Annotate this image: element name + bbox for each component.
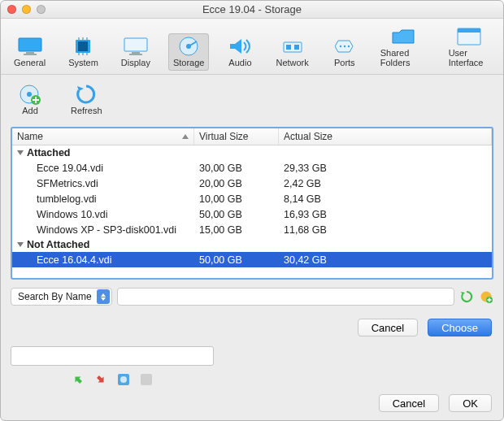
- close-icon[interactable]: [7, 5, 16, 14]
- cell-virtual-size: 50,00 GB: [194, 254, 279, 267]
- search-bar: Search By Name: [11, 288, 493, 306]
- table-row[interactable]: Windows XP - SP3-disk001.vdi15,00 GB11,6…: [12, 222, 492, 237]
- svg-rect-0: [19, 38, 41, 51]
- svg-rect-11: [124, 38, 147, 51]
- tab-ports[interactable]: Ports: [327, 33, 363, 71]
- refresh-button[interactable]: Refresh: [66, 81, 107, 119]
- attach-disabled-icon: [139, 372, 154, 387]
- table-group[interactable]: Not Attached: [12, 237, 492, 252]
- disk-list: Name Virtual Size Actual Size AttachedEc…: [11, 127, 493, 280]
- choose-button[interactable]: Choose: [428, 319, 492, 336]
- titlebar: Ecce 19.04 - Storage: [1, 1, 503, 19]
- table-header: Name Virtual Size Actual Size: [12, 128, 492, 145]
- monitor-icon: [17, 37, 43, 56]
- table-row[interactable]: Windows 10.vdi50,00 GB16,93 GB: [12, 206, 492, 222]
- zoom-icon[interactable]: [37, 5, 46, 14]
- svg-rect-31: [141, 374, 152, 385]
- attachment-pane: [11, 346, 214, 387]
- attachment-field[interactable]: [11, 346, 214, 366]
- table-row[interactable]: SFMetrics.vdi20,00 GB2,42 GB: [12, 176, 492, 191]
- minimize-icon[interactable]: [22, 5, 31, 14]
- attach-remove-icon[interactable]: [93, 372, 108, 387]
- cell-virtual-size: 10,00 GB: [194, 193, 279, 206]
- svg-point-20: [344, 46, 345, 47]
- cell-virtual-size: 50,00 GB: [194, 208, 279, 221]
- tab-general[interactable]: General: [9, 33, 50, 71]
- add-button[interactable]: Add: [12, 81, 48, 119]
- network-icon: [280, 37, 306, 56]
- folder-icon: [390, 27, 416, 46]
- svg-rect-12: [132, 52, 140, 54]
- col-virtual-size[interactable]: Virtual Size: [194, 128, 279, 145]
- stepper-icon: [97, 289, 110, 304]
- speaker-icon: [227, 37, 253, 56]
- window-controls: [7, 5, 46, 14]
- cell-name: tumblelog.vdi: [12, 193, 194, 206]
- tab-audio[interactable]: Audio: [222, 33, 258, 71]
- cell-name: SFMetrics.vdi: [12, 177, 194, 190]
- disclosure-icon: [17, 150, 24, 155]
- attachment-actions: [11, 372, 214, 387]
- tab-display[interactable]: Display: [116, 33, 155, 71]
- cell-actual-size: 2,42 GB: [279, 177, 492, 190]
- attach-add-icon[interactable]: [71, 372, 85, 387]
- cell-virtual-size: 20,00 GB: [194, 177, 279, 190]
- tab-system[interactable]: System: [63, 33, 103, 71]
- add-disk-icon: [17, 85, 43, 104]
- ports-icon: [332, 37, 358, 56]
- cancel-button[interactable]: Cancel: [358, 319, 418, 336]
- cell-actual-size: 16,93 GB: [279, 208, 492, 221]
- display-icon: [123, 37, 149, 56]
- settings-window: { "title": "Ecce 19.04 - Storage", "tabs…: [0, 0, 504, 421]
- tab-storage[interactable]: Storage: [168, 33, 210, 71]
- window-title: Ecce 19.04 - Storage: [202, 3, 302, 15]
- tab-network[interactable]: Network: [271, 33, 313, 71]
- cell-name: Ecce 19.04.vdi: [12, 162, 194, 175]
- chooser-buttons: Cancel Choose: [1, 319, 492, 336]
- svg-rect-13: [129, 54, 142, 55]
- settings-tabs: General System Display Storage Audio: [1, 19, 503, 75]
- svg-point-19: [340, 46, 341, 47]
- svg-rect-17: [286, 45, 291, 50]
- svg-rect-23: [458, 28, 480, 33]
- footer-ok-button[interactable]: OK: [449, 394, 492, 412]
- col-actual-size[interactable]: Actual Size: [279, 128, 492, 145]
- cell-name: Ecce 16.04.4.vdi: [12, 254, 194, 267]
- tab-shared-folders[interactable]: Shared Folders: [376, 24, 431, 71]
- cell-virtual-size: 15,00 GB: [194, 224, 279, 237]
- svg-rect-18: [294, 45, 299, 50]
- cell-actual-size: 8,14 GB: [279, 193, 492, 206]
- group-label: Not Attached: [27, 239, 89, 250]
- window-icon: [456, 27, 482, 46]
- search-input[interactable]: [117, 288, 454, 306]
- search-mode-select[interactable]: Search By Name: [11, 288, 112, 306]
- search-add-button[interactable]: [479, 289, 493, 304]
- table-row[interactable]: tumblelog.vdi10,00 GB8,14 GB: [12, 191, 492, 206]
- svg-rect-2: [24, 54, 37, 55]
- storage-actions: Add Refresh: [1, 75, 503, 127]
- search-refresh-button[interactable]: [459, 289, 474, 304]
- svg-point-21: [348, 46, 350, 47]
- svg-point-30: [120, 376, 127, 383]
- window-footer-buttons: Cancel OK: [379, 394, 492, 412]
- table-group[interactable]: Attached: [12, 145, 492, 160]
- svg-rect-4: [78, 41, 88, 51]
- refresh-icon: [73, 85, 99, 104]
- cell-actual-size: 11,68 GB: [279, 224, 492, 237]
- cell-name: Windows 10.vdi: [12, 208, 194, 221]
- sort-asc-icon: [182, 134, 189, 139]
- cell-name: Windows XP - SP3-disk001.vdi: [12, 224, 194, 237]
- disk-icon: [176, 37, 202, 56]
- svg-rect-1: [26, 52, 34, 54]
- attach-disk-icon[interactable]: [116, 372, 131, 387]
- footer-cancel-button[interactable]: Cancel: [379, 394, 439, 412]
- cell-actual-size: 29,33 GB: [279, 162, 492, 175]
- tab-user-interface[interactable]: User Interface: [444, 24, 495, 71]
- table-row[interactable]: Ecce 19.04.vdi30,00 GB29,33 GB: [12, 160, 492, 176]
- svg-point-25: [27, 92, 32, 97]
- table-body[interactable]: AttachedEcce 19.04.vdi30,00 GB29,33 GBSF…: [12, 145, 492, 267]
- chip-icon: [70, 37, 96, 56]
- col-name[interactable]: Name: [12, 128, 194, 145]
- cell-virtual-size: 30,00 GB: [194, 162, 279, 175]
- table-row[interactable]: Ecce 16.04.4.vdi50,00 GB30,42 GB: [12, 252, 492, 267]
